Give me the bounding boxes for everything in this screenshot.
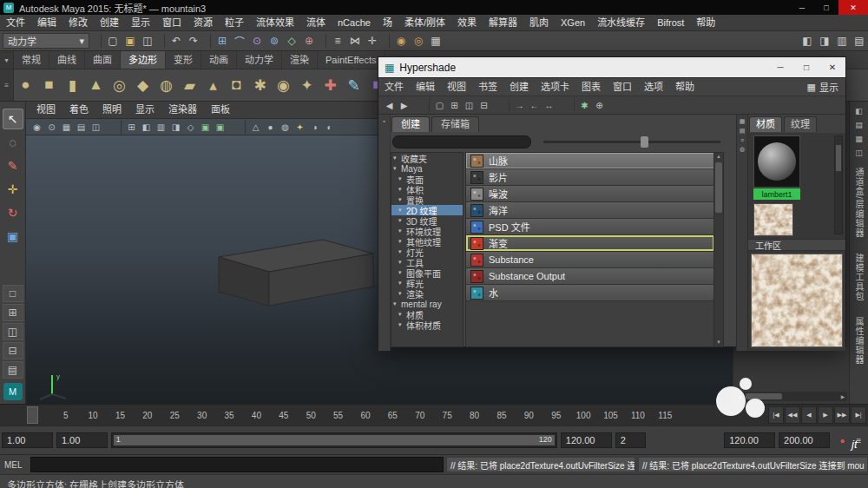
vertical-scrollbar[interactable]: ▲ ▼ — [713, 153, 723, 346]
show-attribute-editor-icon[interactable]: ◧ — [799, 33, 816, 49]
resolution-gate-icon[interactable]: ▥ — [154, 120, 168, 134]
polygon-cube-icon[interactable]: ■ — [37, 73, 61, 97]
four-pane-layout-icon[interactable]: ⊞ — [3, 304, 23, 321]
menu-item[interactable]: 图表 — [575, 78, 607, 96]
snap-surface-icon[interactable]: ◇ — [283, 33, 300, 49]
polygon-cone-icon[interactable]: ▲ — [84, 73, 108, 97]
menu-item[interactable]: 效果 — [451, 15, 483, 30]
range-slider-track[interactable] — [114, 435, 555, 445]
menu-item[interactable]: 肌肉 — [523, 15, 555, 30]
shelf-selector-icon[interactable]: ▾ — [0, 51, 14, 69]
psd-file-texture-node[interactable]: PSD 文件 — [466, 219, 714, 235]
ramp-texture-node[interactable]: 渐变 — [466, 235, 714, 252]
shaded-icon[interactable]: ● — [263, 120, 278, 134]
timeline-tick[interactable]: 35 — [215, 411, 242, 420]
shelf-tab[interactable]: 常规 — [14, 51, 49, 69]
show-previous-graph-icon[interactable]: ⊕ — [592, 98, 607, 112]
timeline-tick[interactable]: 75 — [433, 411, 460, 420]
collapse-create-bar-icon[interactable]: ▪ — [383, 118, 385, 124]
material-panel-tab[interactable]: 材质 — [749, 116, 782, 132]
step-forward-frame-button[interactable]: ▶▶ — [834, 406, 850, 424]
category-row[interactable]: ▾ 表面 — [391, 174, 463, 184]
animation-end-field[interactable]: 200.00 — [779, 432, 830, 448]
menu-item[interactable]: 资源 — [187, 15, 219, 30]
menu-item[interactable]: 解算器 — [483, 15, 523, 30]
category-row[interactable]: ▾ 体积材质 — [391, 320, 463, 330]
render-current-frame-icon[interactable]: ◉ — [392, 33, 410, 49]
maximize-button[interactable]: □ — [814, 0, 838, 15]
open-scene-icon[interactable]: ▣ — [122, 33, 139, 49]
playback-by-field[interactable]: 2 — [615, 432, 646, 448]
input-connections-icon[interactable]: → — [512, 98, 527, 112]
snap-curve-icon[interactable]: ⌒ — [231, 33, 248, 49]
timeline-tick[interactable]: 115 — [652, 411, 679, 420]
show-tool-settings-icon[interactable]: ◨ — [816, 33, 833, 49]
menu-item[interactable]: 编辑 — [410, 78, 441, 96]
snap-view-plane-icon[interactable]: ⊚ — [266, 33, 283, 49]
show-tool-settings-icon[interactable]: ◫ — [852, 146, 866, 160]
timeline-tick[interactable]: 55 — [325, 411, 352, 420]
scale-tool-icon[interactable]: ▣ — [3, 226, 23, 247]
shelf-tab[interactable]: 渲染 — [282, 51, 318, 69]
timeline-tick[interactable]: 20 — [134, 411, 161, 420]
screen-space-ao-icon[interactable]: ◐ — [322, 120, 337, 134]
back-icon[interactable]: ◀ — [382, 98, 397, 112]
wireframe-icon[interactable]: △ — [248, 120, 263, 134]
persp-graph-layout-icon[interactable]: ⊟ — [3, 342, 23, 359]
select-camera-icon[interactable]: ◉ — [30, 120, 44, 134]
playback-range-slider[interactable]: 1 120 — [111, 432, 557, 448]
gate-mask-icon[interactable]: ◨ — [168, 120, 183, 134]
vertical-tab[interactable]: 属性编辑器 — [852, 317, 865, 365]
panel-menu-item[interactable]: 着色 — [62, 102, 95, 118]
step-back-frame-button[interactable]: ◀ — [801, 406, 817, 424]
polygon-cylinder-icon[interactable]: ▮ — [61, 73, 84, 97]
textured-icon[interactable]: ◍ — [278, 120, 293, 134]
search-input[interactable] — [392, 135, 531, 148]
polygon-cube-mesh[interactable] — [200, 227, 382, 322]
timeline-tick[interactable]: 65 — [379, 411, 406, 420]
menu-item[interactable]: 流水线缓存 — [591, 15, 651, 30]
swatch-size-slider[interactable] — [543, 141, 720, 143]
clear-graph-icon[interactable]: ▢ — [432, 98, 447, 112]
show-attribute-editor-icon[interactable]: ▦ — [852, 132, 866, 146]
panel-menu-item[interactable]: 视图 — [30, 102, 62, 118]
menu-item[interactable]: 窗口 — [156, 15, 187, 30]
save-scene-icon[interactable]: ◫ — [139, 33, 156, 49]
menu-item[interactable]: 流体 — [300, 15, 332, 30]
polygon-plane-icon[interactable]: ◆ — [131, 73, 155, 97]
hypershade-window[interactable]: ▦ Hypershade ─□✕ 文件编辑视图书签创建选项卡图表窗口选项帮助 ▦… — [378, 56, 846, 347]
timeline-tick[interactable]: 95 — [542, 411, 569, 420]
polygon-pipe-icon[interactable]: ◘ — [225, 73, 248, 97]
texture-swatch[interactable] — [753, 203, 793, 236]
scrollbar-thumb[interactable] — [715, 162, 722, 213]
menu-item[interactable]: 修改 — [62, 15, 94, 30]
create-panel-tab[interactable]: 存储箱 — [431, 116, 479, 132]
timeline-tick[interactable]: 100 — [569, 411, 596, 420]
menu-item[interactable]: nCache — [332, 15, 377, 30]
polygon-pyramid-icon[interactable]: ▴ — [201, 73, 225, 97]
timeline-tick[interactable]: 105 — [597, 411, 624, 420]
show-channel-box-icon[interactable]: ◧ — [852, 104, 866, 118]
timeline-tick[interactable]: 15 — [107, 411, 134, 420]
shelf-menu-icon[interactable]: ≡ — [0, 69, 14, 101]
go-to-end-button[interactable]: ▶| — [851, 406, 866, 424]
shelf-tab[interactable]: 曲线 — [49, 51, 85, 69]
slider-handle[interactable] — [641, 136, 648, 148]
minimize-button[interactable]: ─ — [767, 57, 793, 77]
category-row[interactable]: ▾ 渲染 — [391, 288, 463, 299]
list-view-icon[interactable]: ▤ — [740, 128, 746, 135]
shadows-icon[interactable]: ◑ — [307, 120, 322, 134]
current-frame-marker[interactable] — [27, 406, 38, 424]
safe-title-icon[interactable]: ▣ — [213, 120, 227, 134]
show-panel-layout-icon[interactable]: ▤ — [851, 33, 868, 49]
menu-item[interactable]: 书签 — [472, 78, 503, 96]
shelf-tab[interactable]: 多边形 — [121, 51, 166, 69]
scroll-left-icon[interactable]: ◀ — [735, 393, 744, 399]
field-chart-icon[interactable]: ◇ — [183, 120, 198, 134]
output-connections-icon[interactable]: ← — [527, 98, 542, 112]
auto-key-icon[interactable]: ● — [835, 433, 850, 447]
material-swatch[interactable] — [753, 135, 800, 188]
step-back-key-button[interactable]: ◀◀ — [785, 406, 800, 424]
water-texture-node[interactable]: 水 — [466, 285, 714, 301]
film-gate-icon[interactable]: ◧ — [139, 120, 154, 134]
